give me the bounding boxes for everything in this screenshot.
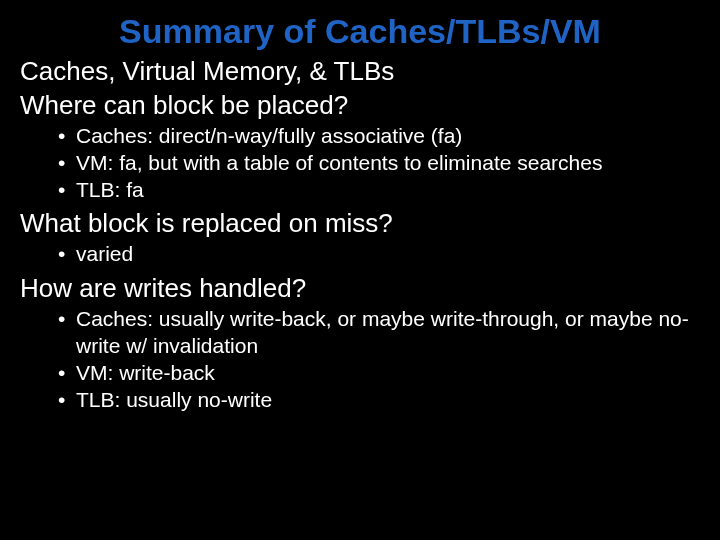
list-item: Caches: usually write-back, or maybe wri… <box>76 306 700 360</box>
bullet-list-writes: Caches: usually write-back, or maybe wri… <box>20 306 700 414</box>
list-item: TLB: fa <box>76 177 700 204</box>
section-heading-topic: Caches, Virtual Memory, & TLBs <box>20 57 700 87</box>
slide-title: Summary of Caches/TLBs/VM <box>20 12 700 51</box>
section-heading-replacement: What block is replaced on miss? <box>20 209 700 239</box>
bullet-list-replacement: varied <box>20 241 700 268</box>
list-item: VM: write-back <box>76 360 700 387</box>
list-item: VM: fa, but with a table of contents to … <box>76 150 700 177</box>
section-heading-placement: Where can block be placed? <box>20 91 700 121</box>
list-item: varied <box>76 241 700 268</box>
list-item: TLB: usually no-write <box>76 387 700 414</box>
section-heading-writes: How are writes handled? <box>20 274 700 304</box>
slide: Summary of Caches/TLBs/VM Caches, Virtua… <box>0 0 720 540</box>
list-item: Caches: direct/n-way/fully associative (… <box>76 123 700 150</box>
bullet-list-placement: Caches: direct/n-way/fully associative (… <box>20 123 700 204</box>
